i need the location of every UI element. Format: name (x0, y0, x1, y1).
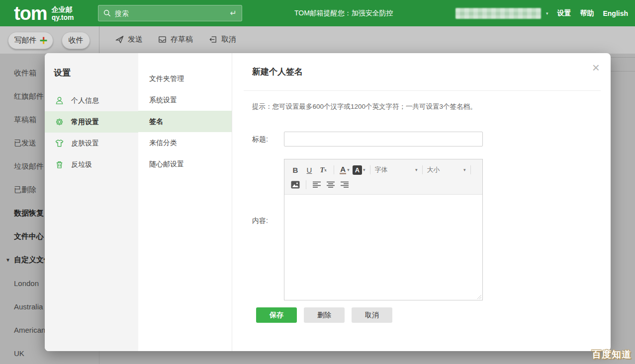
highlight-color-button[interactable]: A▾ (353, 164, 365, 176)
signature-content-area[interactable] (284, 195, 482, 300)
shirt-icon (55, 139, 64, 148)
account-email-redacted[interactable] (455, 8, 541, 19)
cancel-button[interactable]: 取消 (352, 307, 392, 323)
compose-button-label: 写邮件 (14, 36, 37, 45)
subnav-signature[interactable]: 签名 (138, 111, 232, 132)
font-size-dropdown[interactable]: 大小▾ (427, 165, 466, 174)
receive-button-label: 收件 (69, 36, 84, 45)
brand-line-1: 企业邮 (52, 5, 73, 13)
title-label: 标题: (252, 135, 268, 144)
underline-button[interactable]: U (303, 164, 315, 176)
toolbar-separator (422, 165, 423, 174)
plus-icon (40, 37, 47, 44)
baidu-zhidao-watermark: 百度知道 (592, 348, 632, 361)
font-color-button[interactable]: A▾ (339, 164, 351, 176)
signature-panel: 新建个人签名 × 提示：您可设置最多600个汉字或1200个英文字符；一共可设置… (232, 53, 611, 351)
delete-button[interactable]: 删除 (304, 307, 345, 323)
compose-button[interactable]: 写邮件 (8, 32, 53, 49)
cancel-label: 取消 (221, 35, 236, 44)
send-button[interactable]: 发送 (115, 35, 143, 44)
button-row: 保存 删除 取消 (256, 307, 392, 323)
subnav-casual-mail[interactable]: 随心邮设置 (138, 153, 232, 175)
account-chevron-down-icon[interactable]: ▾ (546, 11, 548, 16)
send-label: 发送 (128, 35, 143, 44)
settings-nav-personal-info[interactable]: 个人信息 (45, 90, 138, 111)
font-family-dropdown[interactable]: 字体▾ (375, 165, 418, 174)
cancel-arrow-icon (208, 35, 218, 44)
insert-image-button[interactable] (289, 179, 301, 191)
toolbar-separator (334, 165, 334, 174)
settings-subnav: 文件夹管理 系统设置 签名 来信分类 随心邮设置 (138, 53, 232, 351)
brand-logo: tom 企业邮 qy.tom (14, 3, 74, 23)
font-chevron-down-icon: ▾ (415, 167, 418, 172)
settings-nav-skin[interactable]: 皮肤设置 (45, 133, 138, 154)
panel-divider (244, 90, 601, 91)
brand-line-2: qy.tom (52, 13, 74, 21)
settings-nav-antispam[interactable]: 反垃圾 (45, 154, 138, 175)
logo-text: tom (14, 3, 47, 23)
search-box[interactable]: ↵ (98, 5, 242, 21)
settings-link[interactable]: 设置 (557, 9, 571, 18)
toolbar-separator (370, 165, 370, 174)
subnav-system-settings[interactable]: 系统设置 (138, 89, 232, 111)
signature-title-input[interactable] (284, 132, 483, 146)
save-draft-button[interactable]: 存草稿 (158, 35, 193, 44)
search-input[interactable] (115, 9, 230, 17)
font-color-chevron-down-icon[interactable]: ▾ (347, 167, 350, 172)
clear-format-button[interactable]: Tx (317, 164, 329, 176)
save-button[interactable]: 保存 (256, 307, 297, 323)
toolbar-separator (470, 165, 471, 174)
close-icon[interactable]: × (592, 61, 600, 74)
gear-icon (55, 117, 64, 127)
topbar-right: ▾ 设置 帮助 English (455, 8, 628, 19)
align-center-button[interactable] (325, 179, 337, 191)
signature-hint: 提示：您可设置最多600个汉字或1200个英文字符；一共可设置3个签名档。 (252, 102, 477, 111)
align-left-button[interactable] (311, 179, 323, 191)
cancel-compose-button[interactable]: 取消 (208, 35, 236, 44)
panel-title: 新建个人签名 (252, 66, 303, 77)
bold-button[interactable]: B (289, 164, 301, 176)
search-icon (103, 9, 111, 17)
content-label: 内容: (252, 217, 268, 225)
highlight-chevron-down-icon[interactable]: ▾ (363, 167, 365, 172)
editor-toolbar: B U Tx A▾ A▾ 字体▾ 大小▾ (284, 159, 482, 195)
collapse-triangle-icon[interactable]: ▼ (5, 257, 10, 263)
settings-nav: 设置 个人信息 常用设置 皮肤设置 (45, 53, 138, 351)
settings-title: 设置 (45, 53, 138, 78)
top-bar: tom 企业邮 qy.tom ↵ TOM邮箱提醒您：加强安全防控 ▾ 设置 帮助… (0, 0, 635, 26)
security-notice: TOM邮箱提醒您：加强安全防控 (294, 9, 393, 18)
subnav-folder-management[interactable]: 文件夹管理 (138, 68, 232, 89)
action-toolbar: 写邮件 收件 发送 存草稿 取消 (0, 26, 635, 54)
draft-box-icon (158, 35, 167, 44)
settings-modal: 设置 个人信息 常用设置 皮肤设置 (45, 53, 611, 351)
help-link[interactable]: 帮助 (580, 9, 594, 18)
user-icon (55, 96, 64, 105)
size-chevron-down-icon: ▾ (463, 167, 466, 172)
toolbar-separator (306, 180, 306, 189)
trash-icon (55, 160, 64, 169)
send-icon (115, 35, 124, 44)
settings-nav-general[interactable]: 常用设置 (45, 111, 138, 133)
english-link[interactable]: English (603, 9, 628, 17)
brand-lines: 企业邮 qy.tom (52, 5, 74, 21)
receive-mail-button[interactable]: 收件 (62, 32, 90, 49)
save-draft-label: 存草稿 (171, 35, 193, 44)
subnav-mail-classification[interactable]: 来信分类 (138, 132, 232, 153)
resize-grip[interactable] (476, 294, 481, 299)
enter-key-icon: ↵ (230, 8, 237, 18)
rich-text-editor: B U Tx A▾ A▾ 字体▾ 大小▾ (284, 159, 483, 300)
align-right-button[interactable] (339, 179, 351, 191)
